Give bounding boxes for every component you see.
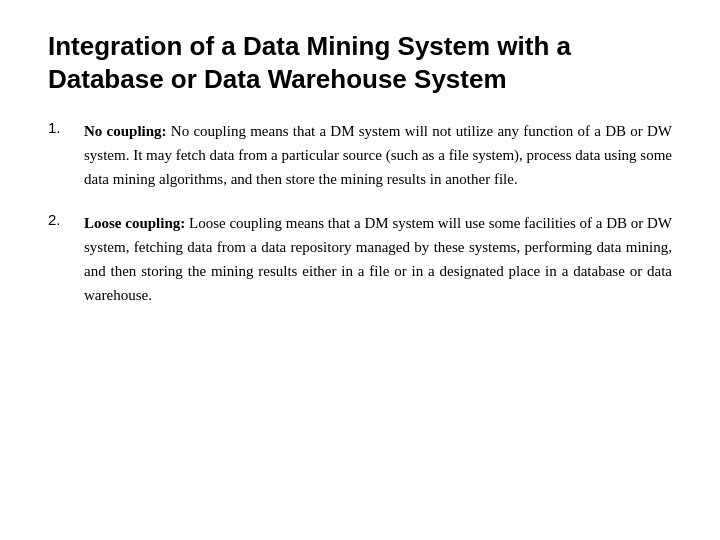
content-area: 1. No coupling: No coupling means that a… [48,119,672,307]
item-text-1: No coupling: No coupling means that a DM… [84,119,672,191]
item-term-2: Loose coupling: [84,215,185,231]
item-number-1: 1. [48,119,84,136]
page: Integration of a Data Mining System with… [0,0,720,540]
item-body-1: No coupling means that a DM system will … [84,123,672,187]
list-item-2: 2. Loose coupling: Loose coupling means … [48,211,672,307]
item-number-2: 2. [48,211,84,228]
item-text-2: Loose coupling: Loose coupling means tha… [84,211,672,307]
list-item: 1. No coupling: No coupling means that a… [48,119,672,191]
page-title: Integration of a Data Mining System with… [48,30,672,95]
item-term-1: No coupling: [84,123,167,139]
